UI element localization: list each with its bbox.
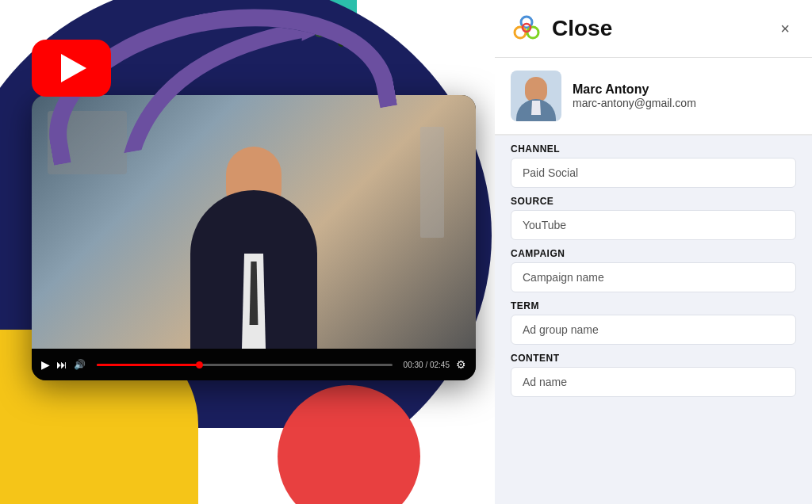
video-person: [174, 127, 333, 349]
content-label: CONTENT: [511, 353, 796, 364]
app-title: Close: [552, 16, 764, 41]
svg-point-5: [527, 27, 538, 38]
play-button[interactable]: ▶: [41, 358, 50, 371]
avatar: [511, 71, 561, 121]
close-button[interactable]: ×: [774, 17, 796, 40]
content-input[interactable]: [511, 367, 796, 397]
campaign-label: CAMPAIGN: [511, 248, 796, 259]
panel-header: Close ×: [495, 0, 812, 58]
user-details: Marc Antony marc-antony@gmail.com: [573, 82, 696, 109]
channel-label: CHANNEL: [511, 143, 796, 155]
bg-lamp: [420, 127, 444, 238]
term-label: TERM: [511, 300, 796, 311]
term-field-group: TERM: [511, 300, 796, 345]
video-time: 00:30 / 02:45: [404, 361, 450, 369]
youtube-logo: [32, 40, 111, 97]
source-label: SOURCE: [511, 196, 796, 207]
play-icon: [61, 54, 86, 82]
source-field-group: SOURCE: [511, 196, 796, 240]
channel-field-group: CHANNEL: [511, 143, 796, 188]
skip-button[interactable]: ⏭: [56, 358, 67, 371]
video-controls[interactable]: ▶ ⏭ 🔊 00:30 / 02:45 ⚙: [32, 349, 476, 380]
settings-icon[interactable]: ⚙: [456, 358, 466, 371]
user-name: Marc Antony: [573, 82, 696, 97]
source-input[interactable]: [511, 210, 796, 240]
form-section: CHANNEL SOURCE CAMPAIGN TERM CONTENT: [495, 136, 812, 413]
close-crm-logo: [511, 13, 542, 44]
progress-fill: [97, 364, 200, 366]
channel-input[interactable]: [511, 158, 796, 188]
campaign-input[interactable]: [511, 262, 796, 292]
campaign-field-group: CAMPAIGN: [511, 248, 796, 292]
volume-button[interactable]: 🔊: [74, 359, 86, 370]
user-email: marc-antony@gmail.com: [573, 97, 696, 109]
progress-dot: [196, 361, 203, 368]
left-area: ▶ ⏭ 🔊 00:30 / 02:45 ⚙: [0, 0, 500, 504]
content-field-group: CONTENT: [511, 353, 796, 397]
progress-bar[interactable]: [97, 364, 393, 366]
term-input[interactable]: [511, 315, 796, 345]
svg-point-4: [515, 27, 526, 38]
user-info: Marc Antony marc-antony@gmail.com: [495, 58, 812, 136]
right-panel: Close × Marc Antony marc-antony@gmail.co…: [495, 0, 812, 504]
